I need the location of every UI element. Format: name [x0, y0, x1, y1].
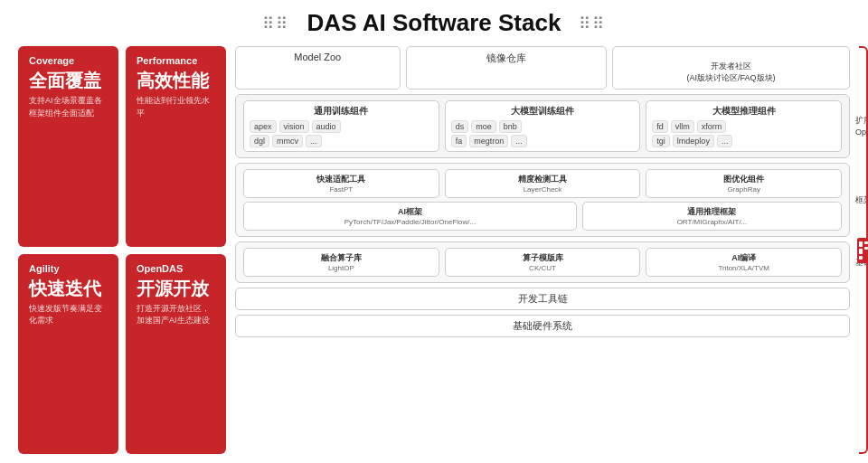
tag-lmdeploy: lmdeploy — [673, 135, 714, 147]
fw-row2: AI框架 PyTorch/TF/Jax/Paddle/Jittor/OneFlo… — [243, 202, 842, 231]
tag-vllm: vllm — [671, 120, 694, 133]
title-row: ⠿⠿ DAS AI Software Stack ⠿⠿ — [18, 9, 850, 37]
ext-tags-row1-0: apex vision audio — [250, 120, 433, 133]
base-lightop: 融合算子库 LightOP — [243, 248, 439, 277]
tag-fa: fa — [451, 135, 467, 147]
dots-left: ⠿⠿ — [262, 14, 289, 33]
das-logo-area: DAS — [857, 238, 868, 263]
svg-rect-2 — [859, 249, 863, 254]
base-row: 融合算子库 LightOP 算子模版库 CK/CUT AI编译 Triton/X… — [243, 248, 842, 277]
card-opendas-desc: 打造开源开放社区，加速国产AI生态建设 — [137, 303, 215, 327]
tag-fd: fd — [652, 120, 668, 133]
main-title: DAS AI Software Stack — [307, 9, 561, 37]
card-performance-desc: 性能达到行业领先水平 — [137, 95, 215, 119]
ext-llm-train: 大模型训练组件 ds moe bnb fa megtron ... — [445, 100, 641, 152]
card-coverage: Coverage 全面覆盖 支持AI全场景覆盖各框架组件全面适配 — [18, 46, 118, 247]
left-bottom: Agility 快速迭代 快速发版节奏满足变化需求 OpenDAS 开源开放 打… — [18, 254, 226, 455]
base-layer: 融合算子库 LightOP 算子模版库 CK/CUT AI编译 Triton/X… — [235, 241, 850, 283]
fw-row1: 快速适配工具 FastPT 精度检测工具 LayerCheck 图优化组件 Gr… — [243, 169, 842, 198]
ext-general-train: 通用训练组件 apex vision audio dgl mmcv ... — [243, 100, 439, 152]
card-agility-title: 快速迭代 — [29, 278, 108, 299]
ext-tags-row1-2: fd vllm xform — [652, 120, 835, 133]
base-ck-cut: 算子模版库 CK/CUT — [445, 248, 641, 277]
fw-ai-framework: AI框架 PyTorch/TF/Jax/Paddle/Jittor/OneFlo… — [243, 202, 577, 231]
tag-dots1: ... — [511, 135, 527, 147]
svg-rect-3 — [859, 256, 863, 260]
das-icon — [857, 238, 868, 263]
ext-tags-row1-1: ds moe bnb — [451, 120, 635, 133]
tag-xform: xform — [697, 120, 727, 133]
card-agility-label: Agility — [29, 263, 108, 274]
fw-layercheck: 精度检测工具 LayerCheck — [445, 169, 641, 198]
content-area: Coverage 全面覆盖 支持AI全场景覆盖各框架组件全面适配 Perform… — [18, 46, 850, 454]
ext-sections: 通用训练组件 apex vision audio dgl mmcv ... — [243, 100, 842, 152]
tag-apex: apex — [250, 120, 277, 133]
bottom-bar-hardware: 基础硬件系统 — [235, 315, 850, 337]
left-top: Coverage 全面覆盖 支持AI全场景覆盖各框架组件全面适配 Perform… — [18, 46, 226, 247]
card-opendas-label: OpenDAS — [137, 263, 215, 274]
card-performance: Performance 高效性能 性能达到行业领先水平 — [126, 46, 226, 247]
card-coverage-desc: 支持AI全场景覆盖各框架组件全面适配 — [29, 95, 108, 119]
card-agility-desc: 快速发版节奏满足变化需求 — [29, 303, 108, 327]
service-community: 开发者社区 (AI版块讨论区/FAQ版块) — [612, 46, 850, 90]
card-performance-title: 高效性能 — [137, 70, 215, 91]
left-panel: Coverage 全面覆盖 支持AI全场景覆盖各框架组件全面适配 Perform… — [18, 46, 226, 454]
tag-audio: audio — [312, 120, 341, 133]
tag-ds: ds — [451, 120, 469, 133]
svg-rect-1 — [859, 241, 863, 247]
tag-dots0: ... — [306, 135, 322, 147]
tag-dots2: ... — [717, 135, 733, 147]
fw-infer-framework: 通用推理框架 ORT/MIGraphx/AIT/... — [582, 202, 842, 231]
stack-area: Model Zoo 镜像仓库 开发者社区 (AI版块讨论区/FAQ版块) 通用训… — [235, 46, 850, 454]
card-opendas-title: 开源开放 — [137, 278, 215, 299]
card-coverage-title: 全面覆盖 — [29, 70, 108, 91]
tag-mmcv: mmcv — [272, 135, 303, 147]
dots-right: ⠿⠿ — [579, 14, 606, 33]
tag-megtron: megtron — [469, 135, 508, 147]
ext-llm-infer: 大模型推理组件 fd vllm xform tgi lmdeploy ... — [646, 100, 842, 152]
ext-tags-row2-1: fa megtron ... — [451, 135, 635, 147]
svg-rect-5 — [864, 247, 868, 250]
fw-graphray: 图优化组件 GraphRay — [646, 169, 842, 198]
page: ⠿⠿ DAS AI Software Stack ⠿⠿ Coverage 全面覆… — [0, 0, 868, 463]
ext-tags-row2-2: tgi lmdeploy ... — [652, 135, 835, 147]
ext-layer: 通用训练组件 apex vision audio dgl mmcv ... — [235, 94, 850, 158]
bottom-bar-devtools: 开发工具链 — [235, 288, 850, 310]
fw-layer: 快速适配工具 FastPT 精度检测工具 LayerCheck 图优化组件 Gr… — [235, 163, 850, 237]
tag-dgl: dgl — [250, 135, 269, 147]
tag-vision: vision — [279, 120, 309, 133]
tag-moe: moe — [471, 120, 496, 133]
fw-fastpt: 快速适配工具 FastPT — [243, 169, 439, 198]
card-opendas: OpenDAS 开源开放 打造开源开放社区，加速国产AI生态建设 — [126, 254, 226, 455]
svg-rect-4 — [864, 241, 868, 244]
tag-bnb: bnb — [499, 120, 522, 133]
service-model-zoo: Model Zoo — [235, 46, 401, 90]
top-services-row: Model Zoo 镜像仓库 开发者社区 (AI版块讨论区/FAQ版块) — [235, 46, 850, 90]
base-ai-compile: AI编译 Triton/XLA/TVM — [646, 248, 842, 277]
ext-tags-row2-0: dgl mmcv ... — [250, 135, 433, 147]
tag-tgi: tgi — [652, 135, 670, 147]
service-mirror: 镜像仓库 — [406, 46, 608, 90]
card-performance-label: Performance — [137, 55, 215, 66]
card-coverage-label: Coverage — [29, 55, 108, 66]
card-agility: Agility 快速迭代 快速发版节奏满足变化需求 — [18, 254, 118, 455]
